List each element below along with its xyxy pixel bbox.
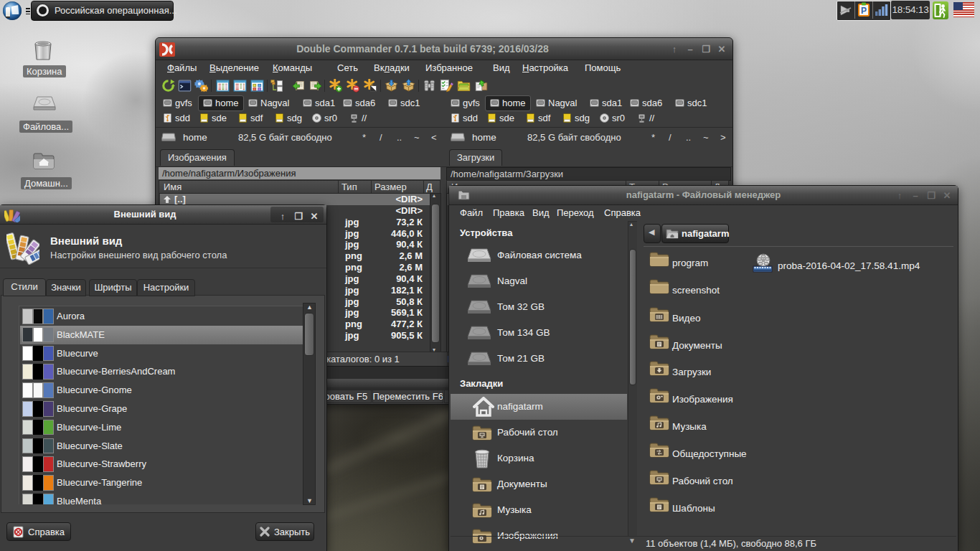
svg-text:P: P: [861, 6, 867, 16]
